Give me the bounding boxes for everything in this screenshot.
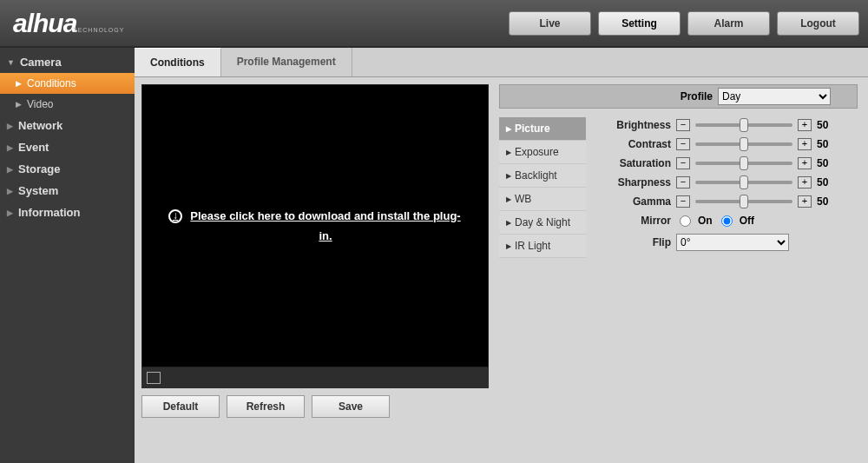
sharpness-decrement[interactable]: − (676, 176, 690, 189)
profile-label: Profile (681, 90, 713, 103)
header: alhua TECHNOLOGY Live Setting Alarm Logo… (0, 0, 868, 48)
sidebar-item-network[interactable]: ▶Network (0, 115, 135, 136)
top-nav: Live Setting Alarm Logout (509, 11, 859, 36)
sidebar-item-system[interactable]: ▶System (0, 180, 135, 202)
brand-subtitle: TECHNOLOGY (73, 27, 124, 33)
brand-name: alhua (13, 9, 76, 38)
gamma-slider-thumb[interactable] (740, 195, 748, 208)
chevron-right-icon: ▶ (506, 242, 511, 250)
saturation-field: Saturation−+50 (603, 157, 858, 169)
sidebar-sub-video[interactable]: ▶Video (0, 94, 135, 115)
subnav-label: WB (515, 193, 531, 205)
contrast-value: 50 (817, 138, 834, 150)
brightness-slider-thumb[interactable] (740, 118, 748, 132)
saturation-slider[interactable] (695, 162, 792, 165)
contrast-slider[interactable] (695, 142, 792, 146)
sharpness-label: Sharpness (603, 176, 671, 189)
subnav-label: IR Light (515, 240, 550, 252)
sidebar-sub-conditions[interactable]: ▶Conditions (0, 73, 135, 94)
subnav-backlight[interactable]: ▶Backlight (499, 164, 586, 188)
save-button[interactable]: Save (312, 395, 390, 418)
chevron-right-icon: ▶ (16, 79, 22, 88)
nav-setting[interactable]: Setting (598, 11, 681, 36)
sharpness-value: 50 (817, 176, 834, 189)
saturation-label: Saturation (603, 157, 671, 169)
subnav-label: Day & Night (515, 216, 570, 228)
subnav-label: Exposure (515, 146, 559, 158)
plugin-msg-text: Please click here to download and instal… (189, 206, 462, 247)
sidebar-item-storage[interactable]: ▶Storage (0, 158, 135, 180)
gamma-decrement[interactable]: − (676, 195, 690, 208)
video-preview[interactable]: ↓ Please click here to download and inst… (141, 84, 489, 367)
sidebar-label: Camera (20, 56, 62, 69)
brightness-decrement[interactable]: − (676, 119, 690, 131)
chevron-right-icon: ▶ (7, 165, 13, 174)
contrast-increment[interactable]: + (798, 138, 812, 150)
chevron-down-icon: ▼ (7, 58, 15, 67)
chevron-right-icon: ▶ (506, 149, 511, 156)
chevron-right-icon: ▶ (506, 125, 511, 133)
tabbar: Conditions Profile Management (135, 48, 868, 77)
sharpness-slider[interactable] (695, 181, 792, 184)
sidebar-item-camera[interactable]: ▼Camera (0, 51, 135, 73)
flip-select[interactable]: 0°90°180°270° (676, 234, 789, 251)
flip-label: Flip (603, 236, 671, 248)
chevron-right-icon: ▶ (7, 143, 13, 152)
subnav-ir-light[interactable]: ▶IR Light (499, 235, 586, 258)
chevron-right-icon: ▶ (16, 100, 22, 109)
sharpness-slider-thumb[interactable] (740, 175, 748, 189)
video-toolbar (141, 367, 489, 388)
subnav-day-night[interactable]: ▶Day & Night (499, 211, 586, 235)
refresh-button[interactable]: Refresh (227, 395, 305, 418)
brightness-increment[interactable]: + (798, 119, 812, 131)
sharpness-increment[interactable]: + (798, 176, 812, 189)
subnav-picture[interactable]: ▶Picture (499, 117, 586, 141)
picture-controls: Brightness−+50Contrast−+50Saturation−+50… (603, 117, 858, 258)
subnav-wb[interactable]: ▶WB (499, 188, 586, 211)
nav-alarm[interactable]: Alarm (687, 11, 770, 36)
default-button[interactable]: Default (141, 395, 220, 418)
saturation-decrement[interactable]: − (676, 157, 690, 169)
tab-conditions[interactable]: Conditions (135, 48, 221, 76)
brightness-label: Brightness (603, 119, 671, 131)
contrast-label: Contrast (603, 138, 671, 150)
mirror-off-radio[interactable] (721, 215, 733, 227)
nav-live[interactable]: Live (509, 11, 591, 36)
mirror-field: MirrorOnOff (603, 215, 858, 227)
sidebar-item-information[interactable]: ▶Information (0, 202, 135, 223)
plugin-download-link[interactable]: ↓ Please click here to download and inst… (142, 206, 488, 247)
gamma-increment[interactable]: + (798, 195, 812, 208)
sidebar: ▼Camera ▶Conditions ▶Video ▶Network ▶Eve… (0, 48, 135, 463)
chevron-right-icon: ▶ (506, 172, 511, 180)
mirror-label: Mirror (603, 215, 671, 227)
video-column: ↓ Please click here to download and inst… (135, 77, 499, 463)
download-icon: ↓ (168, 209, 182, 223)
saturation-increment[interactable]: + (798, 157, 812, 169)
brightness-slider[interactable] (695, 123, 792, 127)
chevron-right-icon: ▶ (7, 187, 13, 195)
profile-bar: Profile DayNightNormal (499, 84, 858, 109)
subnav-exposure[interactable]: ▶Exposure (499, 141, 586, 164)
saturation-slider-thumb[interactable] (740, 156, 748, 170)
saturation-value: 50 (817, 157, 834, 169)
gamma-label: Gamma (603, 195, 671, 208)
contrast-field: Contrast−+50 (603, 138, 858, 150)
contrast-decrement[interactable]: − (676, 138, 690, 150)
nav-logout[interactable]: Logout (777, 11, 859, 36)
tab-profile-management[interactable]: Profile Management (221, 48, 352, 76)
action-buttons: Default Refresh Save (141, 395, 499, 418)
gamma-value: 50 (817, 195, 834, 208)
gamma-slider[interactable] (695, 200, 792, 203)
sidebar-sub-label: Conditions (27, 77, 76, 89)
subnav-label: Picture (515, 122, 550, 135)
sidebar-item-event[interactable]: ▶Event (0, 136, 135, 158)
contrast-slider-thumb[interactable] (740, 137, 748, 151)
brightness-field: Brightness−+50 (603, 119, 858, 131)
chevron-right-icon: ▶ (506, 195, 511, 203)
mirror-on-radio[interactable] (680, 215, 691, 227)
profile-select[interactable]: DayNightNormal (718, 88, 831, 105)
sidebar-label: Network (18, 119, 62, 132)
fullscreen-icon[interactable] (147, 372, 161, 384)
brightness-value: 50 (817, 119, 834, 131)
chevron-right-icon: ▶ (7, 208, 13, 217)
